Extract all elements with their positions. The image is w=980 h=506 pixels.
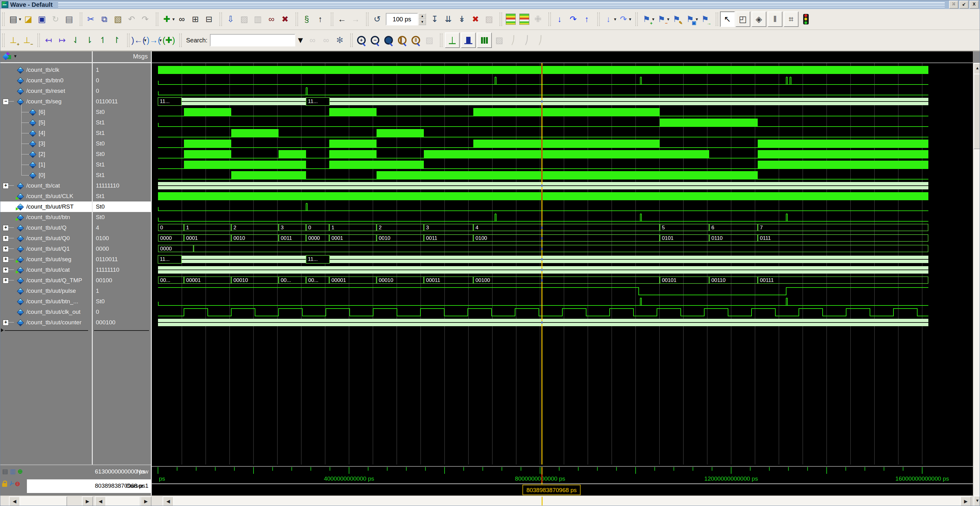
paste-icon[interactable]: ▧ xyxy=(111,12,125,26)
value-row[interactable]: St0 xyxy=(93,138,151,149)
redo-icon[interactable]: ↷ xyxy=(138,12,152,26)
zoom-in-icon[interactable]: + xyxy=(355,33,368,47)
tree-row-btn0[interactable]: /count_tb/btn0 xyxy=(0,75,92,86)
step-current-over-icon[interactable]: ↷ xyxy=(617,12,630,26)
value-row[interactable]: 0110011 xyxy=(93,96,151,107)
tree-row-counter[interactable]: +/count_tb/uut/counter xyxy=(0,317,92,328)
expand-icon[interactable]: + xyxy=(3,257,9,262)
value-row[interactable]: St0 xyxy=(93,107,151,117)
show-literal-icon[interactable] xyxy=(461,32,476,48)
export-waveform-icon[interactable]: ⇩ xyxy=(224,12,237,26)
tree-row-bit[1][interactable]: [1] xyxy=(0,160,92,170)
back-icon[interactable]: ← xyxy=(335,12,349,26)
stop-icon[interactable]: ✖ xyxy=(469,12,482,26)
tree-row-bit[6][interactable]: [6] xyxy=(0,107,92,117)
zoom-full-icon[interactable] xyxy=(382,33,395,47)
wave-readers-icon[interactable] xyxy=(517,12,531,26)
run-icon[interactable]: ↧ xyxy=(428,12,441,26)
prev-rising-edge-icon[interactable]: ↿ xyxy=(96,33,110,47)
add-bookmark-icon[interactable]: ⚑+ xyxy=(640,12,653,26)
value-row[interactable]: 1 xyxy=(93,286,151,296)
wave-scroll-left-icon[interactable]: ◀ xyxy=(162,496,174,506)
show-event-icon[interactable] xyxy=(445,32,460,48)
value-row[interactable]: 0110011 xyxy=(93,254,151,265)
reload-icon[interactable]: ↻ xyxy=(49,12,62,26)
scroll-down-icon[interactable]: ▼ xyxy=(974,496,980,506)
tree-row-pulse[interactable]: /count_tb/uut/pulse xyxy=(0,286,92,296)
signal-name-column[interactable]: ▼ /count_tb/clk/count_tb/btn0/count_tb/r… xyxy=(0,51,92,464)
expand-edge3-icon[interactable]: ⎠ xyxy=(533,33,547,47)
memory-icon[interactable]: ▥ xyxy=(251,12,265,26)
expand-icon[interactable]: + xyxy=(3,267,9,273)
print-icon[interactable]: ▤ xyxy=(62,12,76,26)
virtual-edit-icon[interactable]: ⌗ xyxy=(784,11,799,27)
find-event-icon[interactable]: ∞ xyxy=(265,12,278,26)
value-row[interactable]: 00100 xyxy=(93,275,151,286)
tree-row-bit[4][interactable]: [4] xyxy=(0,128,92,138)
add-cursor-button[interactable]: ⊕ xyxy=(18,468,23,475)
save-bookmarks-icon[interactable]: ⚑▣ xyxy=(683,12,697,26)
collapse-panel-icon[interactable]: ▤ xyxy=(2,468,8,475)
run-length-down-icon[interactable]: ▼ xyxy=(418,19,426,25)
delete-cursor-button[interactable]: ⊖ xyxy=(15,480,20,487)
new-document-icon[interactable]: ▤ xyxy=(6,12,20,26)
value-row[interactable]: St1 xyxy=(93,160,151,170)
expand-item-icon[interactable]: ⊞ xyxy=(189,12,202,26)
next-falling-edge-icon[interactable]: ⇂ xyxy=(83,33,96,47)
collapse-range-icon[interactable]: (✚) xyxy=(162,33,176,47)
scroll-up-icon[interactable]: ▲ xyxy=(974,63,980,74)
values-scroll-right-icon[interactable]: ▶ xyxy=(140,496,151,506)
insert-cursor-icon[interactable]: ⊥+ xyxy=(6,33,20,47)
column-splitter-1[interactable] xyxy=(92,51,93,495)
expand-icon[interactable]: + xyxy=(3,246,9,252)
compare-icon[interactable]: ▨ xyxy=(237,12,251,26)
expand-edge2-icon[interactable]: ⎠ xyxy=(520,33,533,47)
delete-cursor-icon[interactable]: ⊥− xyxy=(20,33,34,47)
expand-icon[interactable]: + xyxy=(3,183,9,189)
edit-mode-icon[interactable]: ◈ xyxy=(751,11,766,27)
open-icon[interactable]: ◪ xyxy=(22,12,35,26)
values-scroll-thumb[interactable] xyxy=(105,496,141,506)
zoom-out-icon[interactable]: − xyxy=(368,33,382,47)
zoom-others-icon[interactable]: ▨ xyxy=(423,33,436,47)
prev-transition-icon[interactable]: ↤ xyxy=(42,33,55,47)
search-options-icon[interactable]: ✻ xyxy=(333,33,347,47)
value-row[interactable]: 0 xyxy=(93,307,151,317)
timeline-ruler[interactable]: ps4000000000000 ps8000000000000 ps120000… xyxy=(152,464,973,495)
vertical-scroll-thumb[interactable] xyxy=(974,73,980,149)
tree-row-bit[3][interactable]: [3] xyxy=(0,138,92,149)
follow-link-icon[interactable]: § xyxy=(300,12,313,26)
tree-row-Q[interactable]: +/count_tb/uut/Q xyxy=(0,222,92,233)
tree-row-reset[interactable]: /count_tb/reset xyxy=(0,86,92,96)
expand-icon[interactable]: + xyxy=(3,225,9,231)
names-scroll-left-icon[interactable]: ◀ xyxy=(9,496,20,506)
cut-icon[interactable]: ✂ xyxy=(84,12,98,26)
tree-row-clk[interactable]: /count_tb/clk xyxy=(0,65,92,75)
values-scroll-left-icon[interactable]: ◀ xyxy=(95,496,106,506)
undo-icon[interactable]: ↶ xyxy=(125,12,138,26)
add-icon[interactable]: ✚ xyxy=(160,12,174,26)
search-dropdown[interactable]: ▼ xyxy=(295,33,306,47)
next-rising-edge-icon[interactable]: ↾ xyxy=(110,33,123,47)
run-length-up-icon[interactable]: ▲ xyxy=(418,13,426,19)
expand-icon[interactable]: + xyxy=(3,236,9,241)
show-logic-icon[interactable] xyxy=(477,32,492,48)
title-bar[interactable]: Wave - Default ⁙↙X xyxy=(0,0,980,9)
expand-edge1-icon[interactable]: ⎠ xyxy=(506,33,520,47)
collapse-item-icon[interactable]: ⊟ xyxy=(202,12,216,26)
run-length-input[interactable] xyxy=(386,13,418,26)
name-column-header[interactable]: ▼ xyxy=(0,51,92,63)
tree-row-bit[2][interactable]: [2] xyxy=(0,149,92,160)
close-button[interactable]: X xyxy=(969,1,979,9)
value-row[interactable]: 0000 xyxy=(93,244,151,254)
collapse-icon[interactable]: − xyxy=(3,99,9,105)
value-row[interactable]: St1 xyxy=(93,128,151,138)
step-into-icon[interactable]: ↓ xyxy=(553,12,566,26)
zoom-range-icon[interactable]: ‖ xyxy=(409,33,423,47)
run-all-icon[interactable]: ↡ xyxy=(455,12,469,26)
value-row[interactable]: 4 xyxy=(93,222,151,233)
goto-bookmark-icon[interactable]: ⚑→ xyxy=(698,12,712,26)
waveform-canvas[interactable]: 11...11...012301234567000000010010001100… xyxy=(152,51,973,464)
pan-hand-icon[interactable]: ✙ xyxy=(531,12,545,26)
value-row[interactable]: St0 xyxy=(93,212,151,222)
